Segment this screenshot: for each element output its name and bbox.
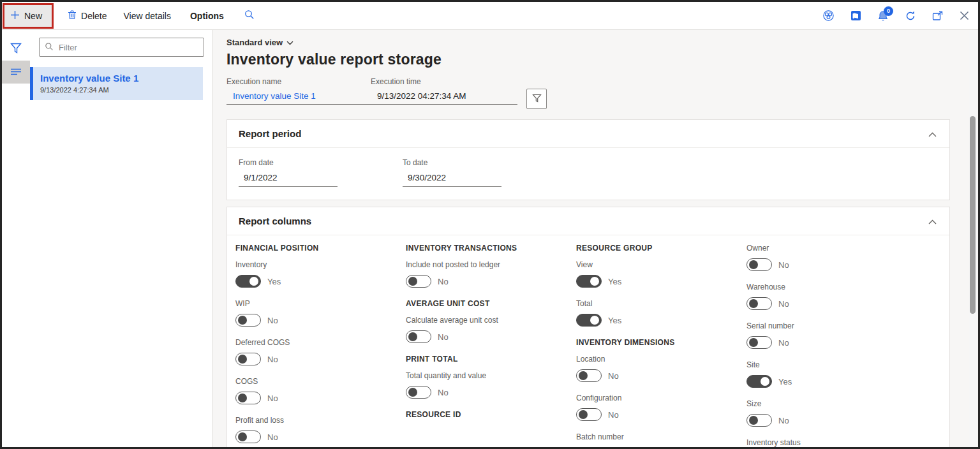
- toggle-state: No: [778, 338, 789, 348]
- report-period-section: Report period From date 9/1/2022 To date…: [226, 119, 950, 200]
- filter-pane-icon[interactable]: [2, 36, 30, 59]
- trash-icon: [68, 10, 77, 22]
- close-icon[interactable]: [960, 11, 969, 20]
- toggle-state: No: [778, 416, 789, 425]
- scrollbar-thumb[interactable]: [970, 116, 976, 314]
- toggle-switch-size[interactable]: [746, 414, 772, 427]
- toggle-switch-total-quantity-and-value[interactable]: [406, 386, 431, 399]
- toggle-label-size: Size: [746, 399, 917, 409]
- refresh-icon[interactable]: [905, 10, 916, 22]
- toggle-switch-inventory[interactable]: [235, 275, 261, 288]
- office-apps-icon[interactable]: [850, 10, 861, 21]
- to-date-value[interactable]: 9/30/2022: [403, 172, 501, 187]
- toggle-state: No: [267, 432, 278, 442]
- chevron-up-icon: [928, 128, 937, 140]
- toggle-row: No: [746, 297, 917, 311]
- popout-window-icon[interactable]: [932, 11, 944, 21]
- execution-name-label: Execution name: [226, 77, 371, 86]
- toggle-switch-location[interactable]: [576, 369, 602, 382]
- filter-search-icon: [45, 42, 54, 54]
- toggle-group-heading: INVENTORY TRANSACTIONS: [406, 244, 576, 254]
- filter-input[interactable]: [39, 38, 204, 57]
- toggle-state: No: [608, 410, 619, 420]
- execution-name-field: Execution name Inventory value Site 1: [226, 77, 371, 105]
- toggle-state: Yes: [778, 377, 792, 386]
- toggle-knob: [590, 316, 599, 325]
- toggle-row: No: [235, 430, 406, 444]
- toggle-row: No: [746, 335, 917, 350]
- toggle-state: Yes: [267, 277, 281, 286]
- report-columns-header[interactable]: Report columns: [227, 207, 949, 235]
- toggle-switch-owner[interactable]: [746, 258, 772, 271]
- toggle-switch-warehouse[interactable]: [746, 297, 772, 310]
- options-tab[interactable]: Options: [190, 11, 224, 21]
- report-period-body: From date 9/1/2022 To date 9/30/2022: [227, 148, 949, 200]
- toggle-group-print-total: PRINT TOTALTotal quantity and valueNo: [406, 355, 576, 399]
- toggle-switch-serial-number[interactable]: [746, 336, 772, 349]
- toggle-label-batch-number: Batch number: [576, 432, 746, 442]
- delete-button[interactable]: Delete: [68, 10, 107, 22]
- view-details-button[interactable]: View details: [123, 11, 170, 21]
- toggle-group-average-unit-cost: AVERAGE UNIT COSTCalculate average unit …: [406, 299, 576, 344]
- toggle-row: No: [406, 330, 576, 344]
- toggle-label-view: View: [576, 260, 746, 270]
- toggle-state: No: [267, 394, 278, 403]
- execution-time-filter-button[interactable]: [526, 89, 547, 109]
- toggle-knob: [590, 277, 599, 286]
- toggle-switch-view[interactable]: [576, 275, 602, 288]
- toggle-label-inventory-status: Inventory status: [746, 438, 917, 447]
- list-item-selected[interactable]: Inventory value Site 1 9/13/2022 4:27:34…: [30, 67, 203, 100]
- record-title: Inventory value Site 1: [40, 73, 197, 84]
- execution-name-value[interactable]: Inventory value Site 1: [226, 90, 371, 105]
- toggle-label-configuration: Configuration: [576, 394, 746, 403]
- toggle-knob: [238, 316, 247, 325]
- settings-gear-icon[interactable]: [822, 10, 835, 22]
- toggle-row: No: [576, 446, 746, 447]
- view-selector[interactable]: Standard view: [226, 38, 293, 47]
- toggle-label-cogs: COGS: [235, 377, 406, 386]
- toggle-switch-profit-and-loss[interactable]: [235, 431, 261, 443]
- execution-time-field: Execution time 9/13/2022 04:27:34 AM: [371, 77, 517, 105]
- toggle-label-owner: Owner: [746, 244, 917, 253]
- toggle-group-heading: RESOURCE ID: [406, 410, 576, 420]
- execution-time-label: Execution time: [371, 77, 517, 86]
- toggle-switch-deferred-cogs[interactable]: [235, 353, 261, 365]
- funnel-icon: [532, 94, 542, 105]
- notification-badge: 0: [884, 6, 893, 16]
- toggle-switch-configuration[interactable]: [576, 408, 602, 421]
- toggle-switch-total[interactable]: [576, 314, 602, 327]
- record-list-icon[interactable]: [2, 61, 30, 84]
- main-content: Standard view Inventory value report sto…: [212, 30, 978, 447]
- toggle-label-total-quantity-and-value: Total quantity and value: [406, 371, 576, 381]
- toggle-state: No: [267, 355, 278, 364]
- plus-icon: [10, 10, 20, 22]
- toggle-knob: [249, 277, 258, 286]
- report-columns-title: Report columns: [239, 216, 311, 226]
- toggle-group-heading: AVERAGE UNIT COST: [406, 299, 576, 309]
- toggle-switch-wip[interactable]: [235, 314, 261, 327]
- command-search-button[interactable]: [244, 10, 255, 22]
- toggle-knob: [579, 410, 588, 419]
- record-list-panel: Inventory value Site 1 9/13/2022 4:27:34…: [30, 30, 212, 447]
- execution-time-value[interactable]: 9/13/2022 04:27:34 AM: [371, 90, 517, 105]
- toggle-column-2: INVENTORY TRANSACTIONSInclude not posted…: [406, 244, 576, 447]
- scrollbar-track[interactable]: [969, 30, 977, 447]
- new-button[interactable]: New: [3, 3, 54, 29]
- toggle-group-inventory-dimensions: INVENTORY DIMENSIONSLocationNoConfigurat…: [576, 338, 746, 447]
- from-date-field: From date 9/1/2022: [239, 158, 403, 187]
- toggle-switch-calculate-average-unit-cost[interactable]: [406, 330, 431, 343]
- toggle-row: No: [746, 413, 917, 427]
- to-date-field: To date 9/30/2022: [403, 158, 567, 187]
- toggle-switch-cogs[interactable]: [235, 392, 261, 404]
- toggle-label-total: Total: [576, 299, 746, 309]
- toggle-row: No: [235, 352, 406, 366]
- toggle-knob: [408, 388, 417, 397]
- report-period-header[interactable]: Report period: [227, 120, 949, 148]
- toggle-switch-include-not-posted-to-ledger[interactable]: [406, 275, 431, 288]
- toggle-knob: [238, 432, 247, 441]
- notifications-bell-icon[interactable]: 0: [877, 10, 889, 22]
- from-date-value[interactable]: 9/1/2022: [239, 172, 338, 187]
- toggle-group-heading: INVENTORY DIMENSIONS: [576, 338, 746, 348]
- toggle-grid: FINANCIAL POSITIONInventoryYesWIPNoDefer…: [227, 235, 949, 447]
- toggle-switch-site[interactable]: [746, 375, 772, 388]
